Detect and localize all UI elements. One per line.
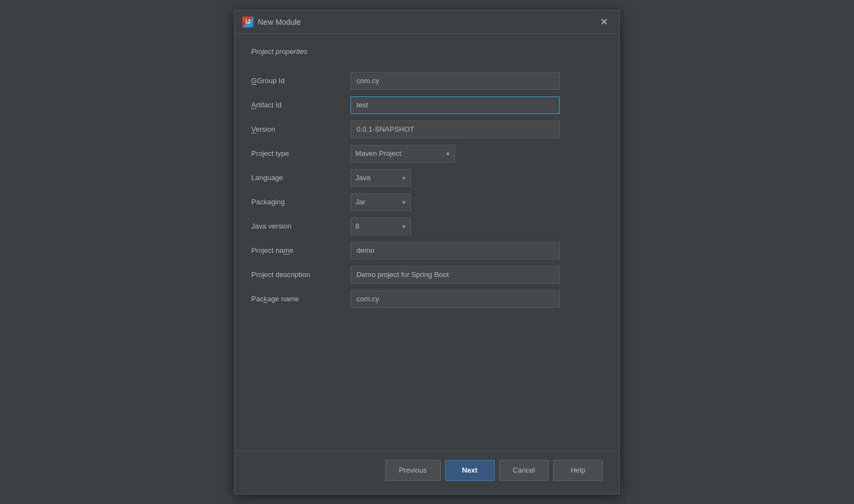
project-description-input[interactable]: [350, 266, 560, 284]
project-type-select-wrap: Maven Project Gradle Project: [350, 145, 455, 162]
language-label: Language: [251, 168, 350, 187]
packaging-wrap: Jar War: [350, 190, 603, 214]
group-id-wrap: [350, 69, 603, 93]
dialog-footer: Previous Next Cancel Help: [235, 451, 619, 494]
version-input[interactable]: [350, 121, 560, 138]
title-bar-left: IJ New Module: [242, 17, 301, 28]
packaging-select[interactable]: Jar War: [350, 193, 411, 211]
package-name-input[interactable]: [350, 290, 560, 308]
project-description-label: Project description: [251, 265, 350, 284]
group-id-label: GGroup Id: [251, 71, 350, 90]
project-name-wrap: [350, 239, 603, 263]
new-module-dialog: IJ New Module ✕ Project properties GGrou…: [234, 10, 620, 495]
packaging-label: Packaging: [251, 192, 350, 212]
project-name-input[interactable]: [350, 242, 560, 259]
java-version-select[interactable]: 8 11 17 21: [350, 218, 411, 235]
cancel-button[interactable]: Cancel: [499, 460, 549, 481]
language-select-wrap: Java Kotlin Groovy: [350, 169, 411, 187]
dialog-body: Project properties GGroup Id Artifact Id…: [235, 34, 619, 451]
version-label: Version: [251, 120, 350, 139]
next-button[interactable]: Next: [445, 460, 495, 481]
form-grid: GGroup Id Artifact Id Version Project ty…: [251, 69, 603, 311]
version-wrap: [350, 117, 603, 142]
project-description-wrap: [350, 263, 603, 287]
artifact-id-label: Artifact Id: [251, 95, 350, 115]
language-wrap: Java Kotlin Groovy: [350, 166, 603, 190]
java-version-select-wrap: 8 11 17 21: [350, 218, 411, 235]
close-button[interactable]: ✕: [597, 16, 612, 28]
java-version-wrap: 8 11 17 21: [350, 214, 603, 239]
artifact-id-wrap: [350, 93, 603, 117]
app-icon: IJ: [242, 17, 253, 28]
section-title: Project properties: [251, 47, 603, 56]
artifact-id-input[interactable]: [350, 96, 560, 114]
previous-button[interactable]: Previous: [385, 460, 441, 481]
project-type-label: Project type: [251, 144, 350, 163]
packaging-select-wrap: Jar War: [350, 193, 411, 211]
package-name-label: Package name: [251, 289, 350, 308]
group-id-input[interactable]: [350, 72, 560, 90]
java-version-label: Java version: [251, 216, 350, 236]
help-button[interactable]: Help: [553, 460, 603, 481]
title-bar: IJ New Module ✕: [235, 10, 619, 34]
project-type-select[interactable]: Maven Project Gradle Project: [350, 145, 455, 162]
project-name-label: Project name: [251, 241, 350, 260]
package-name-wrap: [350, 287, 603, 311]
dialog-title: New Module: [258, 18, 301, 26]
language-select[interactable]: Java Kotlin Groovy: [350, 169, 411, 187]
project-type-wrap: Maven Project Gradle Project: [350, 142, 603, 166]
